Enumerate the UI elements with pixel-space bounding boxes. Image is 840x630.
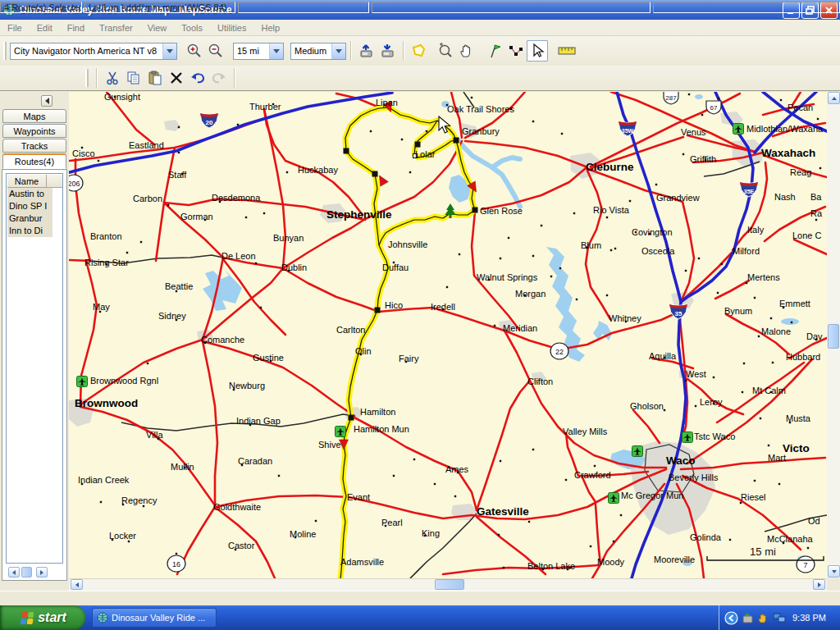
route-list-item[interactable]: Granbur bbox=[7, 212, 52, 225]
zoom-in-icon bbox=[186, 43, 203, 59]
main-toolbar: City Navigator North America NT v8 15 mi… bbox=[0, 36, 840, 66]
toolbar-separator bbox=[403, 41, 404, 61]
svg-text:Osceola: Osceola bbox=[641, 246, 675, 256]
selection-tool-button[interactable] bbox=[527, 40, 548, 62]
tab-tracks[interactable]: Tracks bbox=[2, 139, 66, 153]
column-header-name[interactable]: Name bbox=[7, 175, 47, 188]
status-coordinates-format: Lat/Lon hddd°mm.mmm'(WGS 84) bbox=[84, 2, 235, 13]
map-vscroll-thumb[interactable] bbox=[828, 324, 839, 349]
route-list-item[interactable]: Dino SP I bbox=[7, 200, 52, 212]
sidebar-scroll-right-button[interactable] bbox=[36, 567, 48, 578]
menu-tools[interactable]: Tools bbox=[174, 21, 210, 35]
toolbar-grip[interactable] bbox=[85, 69, 89, 87]
receive-from-device-button[interactable] bbox=[377, 40, 399, 62]
detail-level-combo[interactable]: Medium bbox=[290, 43, 346, 60]
product-combo[interactable]: City Navigator North America NT v8 bbox=[10, 43, 177, 60]
paste-button[interactable] bbox=[144, 67, 166, 89]
tab-waypoints[interactable]: Waypoints bbox=[2, 124, 66, 138]
map-scroll-left-button[interactable] bbox=[71, 579, 83, 590]
svg-text:Olin: Olin bbox=[355, 346, 372, 356]
waypoint-tool-button[interactable] bbox=[484, 40, 505, 62]
svg-text:Blum: Blum bbox=[581, 240, 601, 250]
menu-help[interactable]: Help bbox=[253, 21, 287, 35]
copy-button[interactable] bbox=[123, 67, 144, 89]
menu-file[interactable]: File bbox=[0, 21, 30, 35]
svg-text:Gholson: Gholson bbox=[630, 401, 664, 411]
delete-x-icon bbox=[169, 71, 184, 85]
route-list-item[interactable]: Inn to Di bbox=[7, 225, 52, 237]
svg-text:Johnsville: Johnsville bbox=[388, 240, 427, 249]
map-hscroll-thumb[interactable] bbox=[435, 579, 464, 590]
svg-text:Hico: Hico bbox=[385, 300, 403, 310]
zoom-tool-button[interactable] bbox=[435, 40, 456, 62]
sidebar-collapse-button[interactable] bbox=[41, 95, 52, 107]
svg-text:Clifton: Clifton bbox=[527, 377, 553, 386]
zoom-out-icon bbox=[208, 43, 224, 59]
menu-transfer[interactable]: Transfer bbox=[92, 21, 140, 35]
zoom-out-button[interactable] bbox=[205, 40, 226, 62]
route-waypoint-marker bbox=[472, 208, 478, 213]
sidebar-scroll-thumb[interactable] bbox=[21, 567, 32, 578]
zoom-scale-combo[interactable]: 15 mi bbox=[233, 43, 284, 60]
svg-text:Ames: Ames bbox=[445, 464, 469, 474]
tray-hand-icon[interactable] bbox=[757, 612, 769, 624]
svg-text:Reag: Reag bbox=[790, 167, 811, 177]
airport-icon bbox=[733, 124, 744, 135]
cut-scissors-icon bbox=[105, 71, 120, 85]
route-list-item[interactable]: Austin to bbox=[7, 188, 52, 200]
clock[interactable]: 9:38 PM bbox=[792, 613, 826, 623]
svg-text:Riesel: Riesel bbox=[741, 492, 766, 502]
airport-icon bbox=[632, 446, 643, 457]
sidebar-scroll-left-button[interactable] bbox=[8, 567, 20, 578]
pan-tool-button[interactable] bbox=[456, 40, 477, 62]
taskbar-item-mapsource[interactable]: Dinosaur Valley Ride ... bbox=[92, 608, 217, 628]
selection-arrow-icon bbox=[529, 43, 546, 59]
chevron-down-icon[interactable] bbox=[269, 43, 283, 59]
map-scale-label: 15 mi bbox=[750, 546, 776, 558]
menu-view[interactable]: View bbox=[140, 21, 175, 35]
measure-tool-button[interactable] bbox=[556, 40, 578, 62]
toolbar-separator bbox=[350, 41, 352, 61]
svg-text:Mart: Mart bbox=[768, 453, 786, 463]
scrollbar-corner bbox=[827, 578, 840, 591]
cut-button[interactable] bbox=[102, 67, 123, 89]
svg-text:Eastland: Eastland bbox=[129, 140, 164, 150]
hide-icons-chevron-icon[interactable] bbox=[724, 611, 738, 625]
svg-text:Pearl: Pearl bbox=[381, 518, 403, 527]
tray-network-icon[interactable] bbox=[773, 612, 786, 624]
svg-text:35: 35 bbox=[675, 310, 682, 317]
map-select-tool-button[interactable] bbox=[409, 40, 430, 62]
chevron-down-icon[interactable] bbox=[331, 43, 345, 59]
route-waypoint-marker bbox=[344, 148, 349, 154]
map-scroll-right-button[interactable] bbox=[813, 579, 825, 590]
svg-text:Crawford: Crawford bbox=[574, 470, 611, 480]
map-scroll-up-button[interactable] bbox=[828, 92, 840, 104]
delete-button[interactable] bbox=[166, 67, 187, 89]
start-button[interactable]: start bbox=[0, 605, 85, 630]
svg-text:Sidney: Sidney bbox=[158, 311, 186, 321]
undo-button[interactable] bbox=[187, 67, 208, 89]
svg-text:Milford: Milford bbox=[733, 246, 760, 256]
svg-text:Cisco: Cisco bbox=[72, 148, 95, 158]
airport-icon bbox=[336, 427, 346, 437]
svg-text:Staff: Staff bbox=[168, 170, 187, 180]
toolbar-grip[interactable] bbox=[3, 42, 7, 60]
svg-text:Rio Vista: Rio Vista bbox=[593, 205, 630, 215]
svg-text:Malone: Malone bbox=[761, 326, 791, 336]
svg-text:Castor: Castor bbox=[228, 541, 255, 550]
menu-utilities[interactable]: Utilities bbox=[210, 21, 253, 35]
svg-text:Gustine: Gustine bbox=[253, 353, 284, 363]
route-tool-button[interactable] bbox=[505, 40, 527, 62]
tab-routes[interactable]: Routes(4) bbox=[2, 153, 66, 169]
tray-device-icon[interactable] bbox=[742, 612, 754, 624]
zoom-in-button[interactable] bbox=[184, 40, 205, 62]
chevron-down-icon[interactable] bbox=[162, 43, 176, 59]
map-canvas[interactable]: 2035W35E352876720622167GunsightThurberLi… bbox=[69, 92, 827, 578]
menu-edit[interactable]: Edit bbox=[30, 21, 60, 35]
redo-button[interactable] bbox=[208, 67, 230, 89]
menu-find[interactable]: Find bbox=[60, 21, 92, 35]
svg-text:Mc Gregor Mun: Mc Gregor Mun bbox=[621, 491, 683, 500]
tab-maps[interactable]: Maps bbox=[2, 109, 66, 123]
map-scroll-down-button[interactable] bbox=[828, 565, 840, 578]
send-to-device-button[interactable] bbox=[356, 40, 377, 62]
